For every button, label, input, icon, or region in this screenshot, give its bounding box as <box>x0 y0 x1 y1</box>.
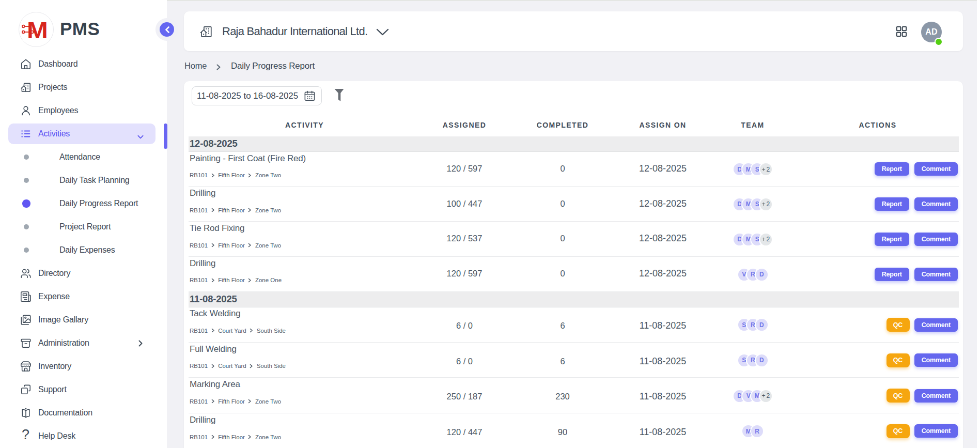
svg-text:M: M <box>27 18 48 41</box>
